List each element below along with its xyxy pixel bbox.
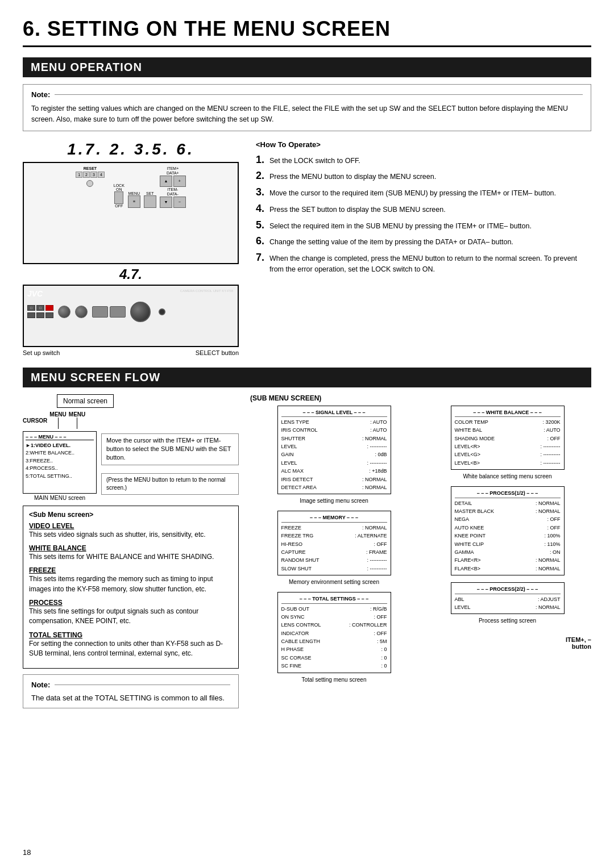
freeze-desc: This sets items regarding the memory suc… [29, 574, 233, 594]
main-menu-screen: – – – MENU – – – ►1:VIDEO LEVEL. 2:WHITE… [23, 431, 97, 494]
video-level-title: VIDEO LEVEL [29, 522, 233, 530]
menu-item-3: 4:PROCESS.. [26, 465, 94, 473]
sub-menu-screen-title: (SUB MENU SCREEN) [250, 394, 591, 402]
flow-content: Normal screen CURSOR MENU MENU [23, 394, 591, 708]
step-num-2: 2. [256, 170, 266, 182]
proc1-title: – – – PROCESS(1/2) – – – [455, 489, 561, 498]
step-7: 7. When the change is completed, press t… [256, 252, 591, 275]
menu-op-content: 1.7. 2. 3.5. 6. RESET 1 2 3 4 [23, 140, 591, 356]
step-2: 2. Press the MENU button to display the … [256, 170, 591, 182]
knob-2[interactable] [75, 306, 88, 318]
memory-title: – – – MEMORY – – – [281, 514, 387, 522]
p1-row-5: WHITE CLIP: 110% [455, 540, 561, 548]
mem-row-0: FREEZE: NORMAL [281, 524, 387, 532]
screens-col-right: – – – WHITE BALANCE – – – COLOR TEMP: 32… [424, 406, 591, 650]
p1-row-3: AUTO KNEE: OFF [455, 524, 561, 532]
ts-row-1: ON SYNC: OFF [281, 613, 387, 621]
how-to-title: <How To Operate> [256, 140, 591, 149]
wb-row-2: SHADING MODE: OFF [455, 435, 561, 443]
ts-row-4: CABLE LENGTH: 5M [281, 637, 387, 645]
ts-row-5: H PHASE: 0 [281, 645, 387, 653]
sub-menu-item-video: VIDEO LEVEL This sets video signals such… [29, 522, 233, 540]
sl-row-5: LEVEL: ---------- [281, 459, 387, 467]
sl-row-1: IRIS CONTROL: AUTO [281, 426, 387, 434]
p2-row-0: ABL: ADJUST [455, 595, 561, 603]
p1-row-2: NEGA: OFF [455, 515, 561, 523]
sub-menu-item-wb: WHITE BALANCE This sets items for WHITE … [29, 544, 233, 562]
note-text: To register the setting values which are… [31, 103, 583, 125]
step-text-3: Move the cursor to the required item (SU… [269, 187, 556, 199]
device-caption: Set up switch SELECT button [23, 349, 239, 356]
mem-row-3: CAPTURE: FRAME [281, 548, 387, 556]
wb-row-1: WHITE BAL: AUTO [455, 426, 561, 434]
wb-row-0: COLOR TEMP: 3200K [455, 418, 561, 426]
menu-dashes: – – – MENU – – – [26, 434, 94, 440]
process-title: PROCESS [29, 599, 233, 607]
white-balance-desc: This sets items for WHITE BALANCE and WH… [29, 552, 233, 562]
mem-row-2: HI-RESO: OFF [281, 540, 387, 548]
step-text-1: Set the LOCK switch to OFF. [269, 155, 360, 166]
sl-row-6: ALC MAX: +18dB [281, 467, 387, 475]
knob-1[interactable] [58, 306, 70, 318]
step-text-4: Press the SET button to display the SUB … [269, 203, 446, 215]
step-num-1: 1. [256, 155, 266, 166]
step-4: 4. Press the SET button to display the S… [256, 203, 591, 215]
how-to-steps: 1. Set the LOCK switch to OFF. 2. Press … [256, 155, 591, 275]
screens-col-left: – – – SIGNAL LEVEL – – – LENS TYPE: AUTO… [250, 406, 418, 686]
jvc-logo: JVC [27, 289, 43, 298]
menu-item-1: 2:WHITE BALANCE.. [26, 449, 94, 457]
caption-left: Set up switch [23, 349, 60, 356]
step-text-6: Change the setting value of the item by … [269, 236, 513, 248]
step-text-5: Select the required item in the SUB MENU… [269, 220, 532, 232]
sl-row-4: GAIN: 0dB [281, 450, 387, 458]
knob-large[interactable] [130, 302, 151, 322]
page-number: 18 [23, 848, 31, 857]
menu-screen-flow-header: MENU SCREEN FLOW [23, 368, 591, 387]
video-level-desc: This sets video signals such as shutter,… [29, 530, 233, 540]
menu-operation-header: MENU OPERATION [23, 57, 591, 77]
p1-row-0: DETAIL: NORMAL [455, 499, 561, 507]
total-title: – – – TOTAL SETTINGS – – – [281, 595, 387, 603]
step-num-5: 5. [256, 220, 266, 232]
sub-menu-title: <Sub Menu screen> [29, 511, 233, 519]
device-numbers-bottom: 4.7. [23, 266, 239, 282]
normal-screen-box: Normal screen [57, 394, 114, 408]
sl-row-3: LEVEL: ---------- [281, 443, 387, 450]
proc2-caption: Process setting screen [479, 617, 536, 624]
ts-row-6: SC CORASE: 0 [281, 654, 387, 662]
step-6: 6. Change the setting value of the item … [256, 236, 591, 248]
wb-title: – – – WHITE BALANCE – – – [455, 408, 561, 417]
ts-row-2: LENS CONTROL: CONTROLLER [281, 621, 387, 629]
total-setting-title: TOTAL SETTING [29, 631, 233, 639]
total-caption: Total setting menu screen [302, 677, 367, 683]
mem-row-1: FREEZE TRG: ALTERNATE [281, 532, 387, 540]
step-num-6: 6. [256, 236, 266, 248]
device-area: 1.7. 2. 3.5. 6. RESET 1 2 3 4 [23, 140, 239, 356]
note-box-top: Note: To register the setting values whi… [23, 84, 591, 131]
sl-row-8: DETECT AREA: NORMAL [281, 483, 387, 491]
caption-right: SELECT button [196, 349, 239, 356]
p1-row-4: KNEE POINT: 100% [455, 532, 561, 540]
wb-row-5: LEVEL<B>: ---------- [455, 459, 561, 467]
wb-row-3: LEVEL<R>: ---------- [455, 443, 561, 450]
flow-desc-1: Move the cursor with the ITEM+ or ITEM- … [101, 433, 239, 465]
step-num-7: 7. [256, 252, 266, 275]
sl-row-0: LENS TYPE: AUTO [281, 418, 387, 426]
p2-row-1: LEVEL: NORMAL [455, 603, 561, 611]
step-5: 5. Select the required item in the SUB M… [256, 220, 591, 232]
memory-caption: Memory environment setting screen [289, 579, 379, 585]
wb-row-4: LEVEL<G>: ---------- [455, 450, 561, 458]
menu-item-0: ►1:VIDEO LEVEL. [26, 442, 94, 450]
step-text-2: Press the MENU button to display the MEN… [269, 170, 436, 182]
p1-row-1: MASTER BLACK: NORMAL [455, 507, 561, 515]
sub-menu-section: <Sub Menu screen> VIDEO LEVEL This sets … [23, 506, 239, 669]
step-1: 1. Set the LOCK switch to OFF. [256, 155, 591, 166]
p1-row-6: GAMMA: ON [455, 548, 561, 556]
ts-row-3: INDICATOR: OFF [281, 629, 387, 637]
flow-desc-2: (Press the MENU button to return to the … [101, 473, 239, 495]
p1-row-7: FLARE<R>: NORMAL [455, 556, 561, 564]
menu-label-2: MENU [69, 411, 85, 418]
cursor-label: CURSOR [23, 418, 47, 424]
process1-screen: – – – PROCESS(1/2) – – – DETAIL: NORMAL … [451, 486, 565, 575]
menu-label-1: MENU [49, 411, 66, 418]
